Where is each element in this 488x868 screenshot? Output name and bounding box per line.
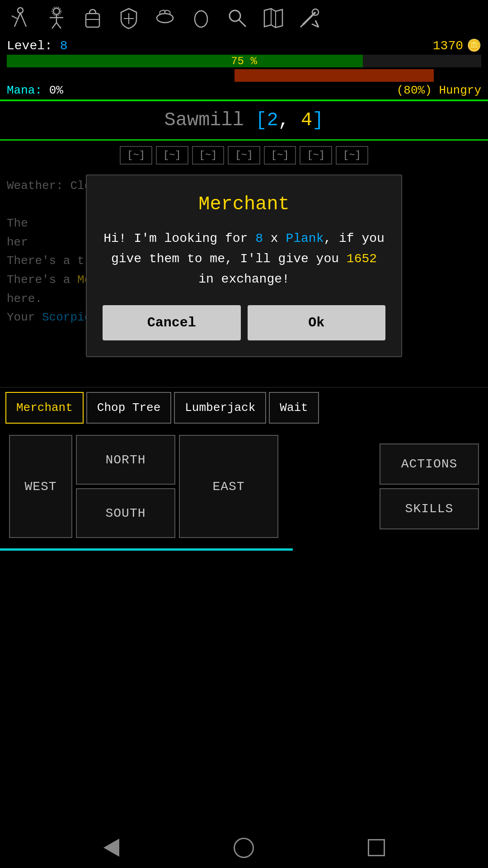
home-button[interactable] bbox=[230, 834, 258, 861]
location-bar: Sawmill [2, 4] bbox=[0, 101, 488, 141]
armor-icon[interactable] bbox=[115, 5, 142, 32]
mana-row: Mana: 0% (80%) Hungry bbox=[7, 84, 481, 97]
slot-1[interactable]: [~] bbox=[120, 146, 152, 165]
stats-bar: Level: 8 1370 🪙 75 % Mana: 0% (80%) Hung… bbox=[0, 36, 488, 99]
merchant-dialog: Merchant Hi! I'm looking for 8 x Plank, … bbox=[86, 175, 402, 357]
mana-label: Mana: bbox=[7, 84, 49, 97]
svg-line-2 bbox=[20, 13, 23, 20]
svg-point-17 bbox=[195, 11, 207, 27]
home-icon bbox=[234, 838, 254, 858]
dialog-buttons: Cancel Ok bbox=[103, 305, 385, 340]
backpack-icon[interactable] bbox=[79, 5, 106, 32]
tools-icon[interactable] bbox=[296, 5, 323, 32]
search-icon[interactable] bbox=[224, 5, 251, 32]
magic-icon[interactable] bbox=[151, 5, 178, 32]
dialog-body-before: Hi! I'm looking for bbox=[103, 231, 255, 245]
location-name: Sawmill [2, 4] bbox=[164, 109, 324, 131]
level-value: 8 bbox=[60, 39, 68, 53]
coord1: 2 bbox=[267, 109, 278, 131]
dialog-quantity: 8 bbox=[255, 231, 263, 245]
recent-button[interactable] bbox=[363, 834, 390, 861]
hp-fill bbox=[235, 69, 434, 82]
svg-line-5 bbox=[12, 16, 17, 19]
xp-fill bbox=[7, 55, 363, 67]
top-icon-bar bbox=[0, 0, 488, 36]
hungry-text: (80%) Hungry bbox=[397, 84, 481, 97]
recent-icon bbox=[368, 839, 385, 856]
run-icon[interactable] bbox=[7, 5, 34, 32]
action-bar: Merchant Chop Tree Lumberjack Wait bbox=[0, 387, 488, 428]
dialog-item: Plank bbox=[286, 231, 324, 245]
svg-line-3 bbox=[14, 20, 17, 27]
dialog-gold: 1652 bbox=[347, 252, 377, 266]
back-button[interactable] bbox=[98, 834, 125, 861]
svg-line-19 bbox=[239, 20, 246, 27]
svg-marker-20 bbox=[264, 9, 282, 28]
coord2: 4 bbox=[301, 109, 312, 131]
location-name-text: Sawmill bbox=[164, 109, 244, 131]
south-button[interactable]: SOUTH bbox=[76, 488, 175, 538]
svg-line-10 bbox=[56, 23, 61, 28]
level-label: Level: bbox=[7, 39, 60, 53]
slot-6[interactable]: [~] bbox=[300, 146, 332, 165]
mana-value: 0% bbox=[49, 84, 63, 97]
egg-icon[interactable] bbox=[188, 5, 215, 32]
nav-grid: WEST NORTH EAST SOUTH ACTIONS SKILLS bbox=[0, 428, 488, 545]
svg-line-25 bbox=[300, 25, 303, 27]
ok-button[interactable]: Ok bbox=[248, 305, 386, 340]
chop-tree-button[interactable]: Chop Tree bbox=[86, 392, 171, 424]
slot-7[interactable]: [~] bbox=[336, 146, 368, 165]
slot-2[interactable]: [~] bbox=[156, 146, 188, 165]
android-nav-bar bbox=[0, 827, 488, 868]
hp-bar bbox=[7, 69, 481, 82]
dialog-mid: x bbox=[263, 231, 286, 245]
directional-pad: WEST NORTH EAST SOUTH bbox=[9, 435, 375, 538]
slot-5[interactable]: [~] bbox=[264, 146, 296, 165]
map-icon[interactable] bbox=[260, 5, 287, 32]
west-button[interactable]: WEST bbox=[9, 435, 72, 538]
slot-bar: [~] [~] [~] [~] [~] [~] [~] bbox=[0, 141, 488, 170]
svg-line-1 bbox=[17, 13, 20, 20]
player-icon[interactable] bbox=[43, 5, 70, 32]
lumberjack-button[interactable]: Lumberjack bbox=[174, 392, 266, 424]
dialog-end: in exchange! bbox=[198, 272, 290, 286]
dialog-title: Merchant bbox=[103, 193, 385, 215]
actions-button[interactable]: ACTIONS bbox=[380, 443, 479, 485]
east-button[interactable]: EAST bbox=[179, 435, 278, 538]
gold-icon: 🪙 bbox=[467, 38, 481, 53]
svg-point-0 bbox=[18, 8, 23, 13]
back-icon bbox=[103, 839, 119, 857]
gold-value: 1370 bbox=[433, 39, 463, 53]
game-area: Weather: Cloudy The her There's a tree h… bbox=[0, 170, 488, 387]
svg-point-6 bbox=[53, 8, 60, 14]
north-button[interactable]: NORTH bbox=[76, 435, 175, 485]
svg-line-4 bbox=[23, 20, 26, 27]
xp-percent: 75 % bbox=[231, 55, 257, 67]
spacer bbox=[0, 551, 488, 591]
svg-line-9 bbox=[52, 23, 56, 28]
svg-point-18 bbox=[230, 10, 240, 21]
cancel-button[interactable]: Cancel bbox=[103, 305, 241, 340]
svg-rect-12 bbox=[86, 14, 99, 27]
merchant-button[interactable]: Merchant bbox=[5, 392, 84, 424]
skills-button[interactable]: SKILLS bbox=[380, 488, 479, 529]
dialog-backdrop: Merchant Hi! I'm looking for 8 x Plank, … bbox=[0, 170, 488, 387]
xp-bar: 75 % bbox=[7, 55, 481, 67]
cyan-bar-container bbox=[0, 545, 488, 551]
slot-4[interactable]: [~] bbox=[228, 146, 260, 165]
side-buttons: ACTIONS SKILLS bbox=[380, 443, 479, 529]
wait-button[interactable]: Wait bbox=[269, 392, 319, 424]
slot-3[interactable]: [~] bbox=[192, 146, 225, 165]
svg-point-16 bbox=[157, 14, 173, 23]
dialog-body: Hi! I'm looking for 8 x Plank, if you gi… bbox=[103, 229, 385, 289]
